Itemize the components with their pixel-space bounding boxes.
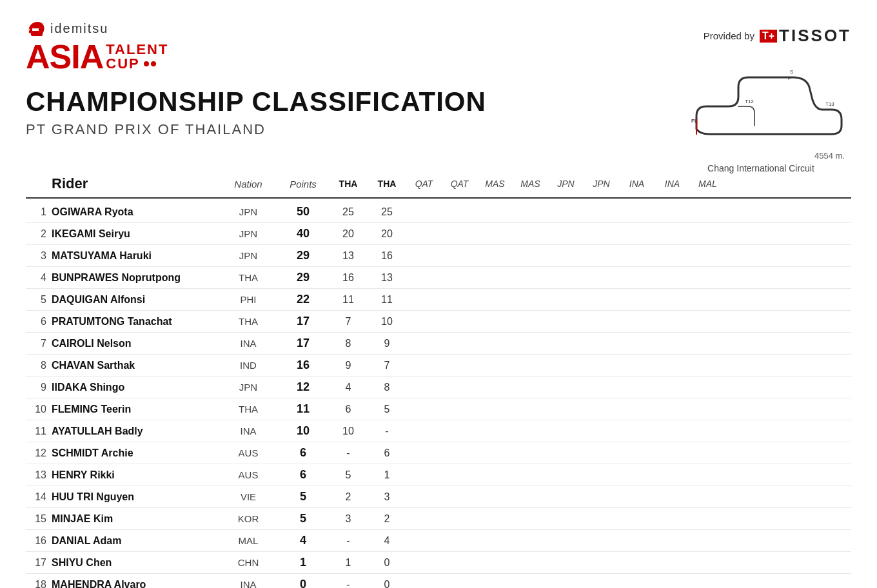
td-tha2: 0 — [368, 557, 406, 569]
td-pos: 7 — [26, 338, 52, 349]
td-points: 29 — [277, 249, 329, 262]
td-pos: 1 — [26, 206, 52, 218]
td-rider-name: IKEGAMI Seiryu — [52, 228, 219, 240]
svg-text:FL: FL — [691, 118, 698, 124]
td-points: 17 — [277, 337, 329, 350]
tissot-cross: T+ — [760, 30, 777, 43]
td-nation: AUS — [219, 447, 277, 458]
td-tha2: 20 — [368, 228, 406, 240]
td-points: 40 — [277, 227, 329, 240]
td-points: 5 — [277, 512, 329, 525]
tissot-area: Provided by T+ TISSOT — [704, 26, 851, 46]
table-row: 1 OGIWARA Ryota JPN 50 25 25 — [26, 201, 851, 223]
dots-red — [144, 61, 156, 66]
td-nation: IND — [219, 360, 277, 371]
td-points: 50 — [277, 205, 329, 219]
td-nation: THA — [219, 316, 277, 327]
td-points: 1 — [277, 556, 329, 569]
td-points: 16 — [277, 358, 329, 372]
td-nation: JPN — [219, 206, 277, 217]
th-ina1: INA — [619, 179, 655, 189]
td-tha1: 7 — [329, 316, 368, 328]
td-pos: 11 — [26, 426, 52, 437]
table-row: 5 DAQUIGAN Alfonsi PHI 22 11 11 — [26, 289, 851, 311]
td-tha1: 10 — [329, 426, 368, 437]
td-points: 12 — [277, 380, 329, 394]
table-row: 2 IKEGAMI Seiryu JPN 40 20 20 — [26, 223, 851, 245]
td-nation: MAL — [219, 535, 277, 546]
dot2 — [151, 61, 156, 66]
td-points: 6 — [277, 446, 329, 460]
td-points: 5 — [277, 490, 329, 504]
td-points: 6 — [277, 468, 329, 482]
td-tha1: - — [329, 447, 368, 459]
th-mas2: MAS — [513, 179, 548, 189]
td-tha2: 0 — [368, 579, 406, 589]
td-nation: THA — [219, 404, 277, 415]
td-tha2: 25 — [368, 206, 406, 218]
td-points: 29 — [277, 271, 329, 284]
table-row: 17 SHIYU Chen CHN 1 1 0 — [26, 552, 851, 574]
td-rider-name: DAQUIGAN Alfonsi — [52, 294, 219, 306]
svg-text:S: S — [790, 69, 793, 75]
td-nation: KOR — [219, 513, 277, 524]
table-row: 15 MINJAE Kim KOR 5 3 2 — [26, 508, 851, 530]
td-tha1: 9 — [329, 360, 368, 371]
td-tha1: - — [329, 535, 368, 547]
td-rider-name: PRATUMTONG Tanachat — [52, 316, 219, 328]
td-rider-name: OGIWARA Ryota — [52, 206, 219, 218]
td-rider-name: HUU TRI Nguyen — [52, 491, 219, 503]
td-rider-name: FLEMING Teerin — [52, 404, 219, 415]
th-nation: Nation — [219, 179, 277, 190]
td-pos: 9 — [26, 382, 52, 393]
td-rider-name: CAIROLI Nelson — [52, 338, 219, 349]
td-rider-name: SCHMIDT Archie — [52, 447, 219, 459]
th-ina2: INA — [655, 179, 690, 189]
table-row: 16 DANIAL Adam MAL 4 - 4 — [26, 530, 851, 552]
table-row: 18 MAHENDRA Alvaro INA 0 - 0 — [26, 574, 851, 588]
classification-table: Rider Nation Points THA THA QAT QAT MAS … — [26, 170, 851, 588]
td-pos: 8 — [26, 360, 52, 371]
td-pos: 2 — [26, 228, 52, 240]
td-rider-name: CHAVAN Sarthak — [52, 360, 219, 371]
svg-text:F: F — [788, 75, 791, 81]
td-tha1: 3 — [329, 513, 368, 525]
th-rider: Rider — [52, 175, 219, 192]
td-tha1: 5 — [329, 469, 368, 481]
td-rider-name: AYATULLAH Badly — [52, 426, 219, 437]
cup-dots: CUP — [106, 57, 168, 71]
td-tha2: 6 — [368, 447, 406, 459]
tissot-logo: T+ TISSOT — [760, 26, 851, 46]
td-tha2: 16 — [368, 250, 406, 262]
td-tha2: 9 — [368, 338, 406, 349]
th-qat2: QAT — [442, 179, 477, 189]
table-row: 10 FLEMING Teerin THA 11 6 5 — [26, 398, 851, 420]
td-nation: PHI — [219, 294, 277, 305]
table-row: 12 SCHMIDT Archie AUS 6 - 6 — [26, 442, 851, 464]
svg-text:T13: T13 — [825, 101, 834, 107]
table-row: 7 CAIROLI Nelson INA 17 8 9 — [26, 333, 851, 355]
td-tha1: 13 — [329, 250, 368, 262]
cup-text: CUP — [106, 57, 139, 71]
idemitsu-text: idemitsu — [50, 21, 108, 36]
circuit-distance: 4554 m. — [671, 151, 845, 161]
td-nation: JPN — [219, 382, 277, 393]
th-points: Points — [277, 179, 329, 190]
table-row: 13 HENRY Rikki AUS 6 5 1 — [26, 464, 851, 486]
idemitsu-logo: idemitsu — [26, 19, 168, 37]
td-nation: INA — [219, 579, 277, 588]
td-tha1: - — [329, 579, 368, 589]
td-nation: THA — [219, 272, 277, 283]
table-row: 6 PRATUMTONG Tanachat THA 17 7 10 — [26, 311, 851, 333]
td-rider-name: MATSUYAMA Haruki — [52, 250, 219, 262]
circuit-area: FL S F T13 T12 4554 m. Chang Internation… — [671, 64, 851, 173]
riders-container: 1 OGIWARA Ryota JPN 50 25 25 2 IKEGAMI S… — [26, 201, 851, 588]
th-qat1: QAT — [406, 179, 442, 189]
td-nation: INA — [219, 338, 277, 349]
td-tha1: 8 — [329, 338, 368, 349]
td-points: 22 — [277, 293, 329, 306]
td-tha2: 8 — [368, 382, 406, 393]
td-tha2: 5 — [368, 404, 406, 415]
td-rider-name: IIDAKA Shingo — [52, 382, 219, 393]
td-pos: 14 — [26, 491, 52, 503]
